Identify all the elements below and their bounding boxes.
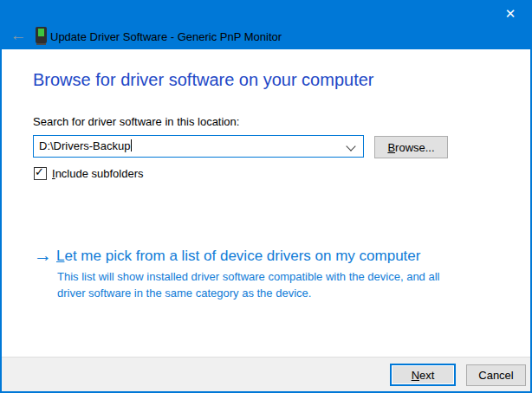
- checkmark-icon: ✓: [35, 165, 44, 178]
- monitor-base: [36, 43, 46, 45]
- page-title: Browse for driver software on your compu…: [33, 70, 374, 90]
- driver-path-value[interactable]: D:\Drivers-Backup: [39, 136, 132, 157]
- text-caret: [131, 139, 132, 151]
- chevron-down-icon[interactable]: [346, 141, 355, 151]
- cancel-button[interactable]: Cancel: [466, 364, 526, 386]
- window-title: Update Driver Software - Generic PnP Mon…: [50, 30, 282, 43]
- wizard-content: Browse for driver software on your compu…: [2, 49, 530, 357]
- driver-path-combobox[interactable]: D:\Drivers-Backup: [33, 135, 364, 158]
- monitor-screen: [38, 29, 44, 36]
- pick-from-list-link[interactable]: Let me pick from a list of device driver…: [56, 248, 420, 265]
- monitor-device-icon: [36, 27, 47, 46]
- search-location-label: Search for driver software in this locat…: [33, 115, 239, 128]
- next-button[interactable]: Next: [390, 364, 456, 386]
- command-link-arrow-icon: →: [34, 245, 52, 266]
- wizard-footer: Next Cancel: [2, 357, 530, 391]
- update-driver-wizard-window: ✕ ← Update Driver Software - Generic PnP…: [0, 0, 532, 393]
- include-subfolders-label[interactable]: Include subfolders: [52, 167, 144, 180]
- browse-button[interactable]: Browse...: [374, 136, 448, 158]
- include-subfolders-row[interactable]: ✓ Include subfolders: [34, 165, 144, 179]
- include-subfolders-checkbox[interactable]: ✓: [34, 167, 47, 180]
- close-icon[interactable]: ✕: [497, 3, 523, 24]
- pick-from-list-description: This list will show installed driver sof…: [57, 268, 457, 301]
- titlebar: ✕ ← Update Driver Software - Generic PnP…: [0, 0, 532, 49]
- back-icon[interactable]: ←: [7, 26, 29, 47]
